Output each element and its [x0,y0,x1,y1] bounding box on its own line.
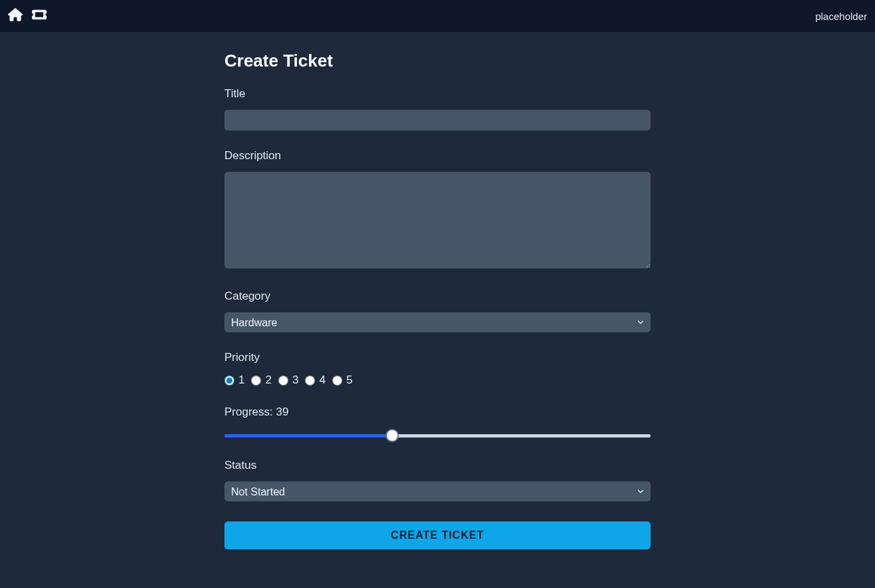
priority-option-label: 5 [346,374,352,387]
progress-slider-container [224,428,651,440]
header-right-text: placeholder [815,11,867,22]
category-field-group: Category Hardware [224,290,651,332]
title-input[interactable] [224,110,651,131]
title-field-group: Title [224,87,651,131]
create-ticket-button[interactable]: CREATE TICKET [224,521,651,549]
status-label: Status [224,459,651,472]
description-label: Description [224,149,651,162]
category-select[interactable]: Hardware [224,312,651,332]
priority-option-label: 1 [238,374,244,387]
create-ticket-form: Create Ticket Title Description Category… [224,32,651,563]
category-label: Category [224,290,651,303]
priority-option-label: 4 [319,374,325,387]
header-left [8,7,47,25]
priority-option-label: 3 [292,374,298,387]
progress-label: Progress: 39 [224,406,651,419]
description-field-group: Description [224,149,651,271]
priority-option-label: 2 [265,374,271,387]
app-header: placeholder [0,0,875,32]
status-select[interactable]: Not Started [224,481,651,501]
page-title: Create Ticket [224,51,651,71]
priority-radio-row: 12345 [224,374,651,387]
home-icon[interactable] [8,7,23,25]
priority-label: Priority [224,351,651,364]
priority-radio-1[interactable] [224,376,234,386]
priority-radio-2[interactable] [251,376,261,386]
description-input[interactable] [224,172,651,268]
status-field-group: Status Not Started [224,459,651,501]
priority-radio-4[interactable] [305,376,315,386]
progress-slider[interactable] [224,434,651,438]
priority-radio-5[interactable] [332,376,342,386]
title-label: Title [224,87,651,101]
progress-field-group: Progress: 39 [224,406,651,440]
priority-field-group: Priority 12345 [224,351,651,387]
ticket-icon[interactable] [32,7,47,25]
priority-radio-3[interactable] [278,376,288,386]
